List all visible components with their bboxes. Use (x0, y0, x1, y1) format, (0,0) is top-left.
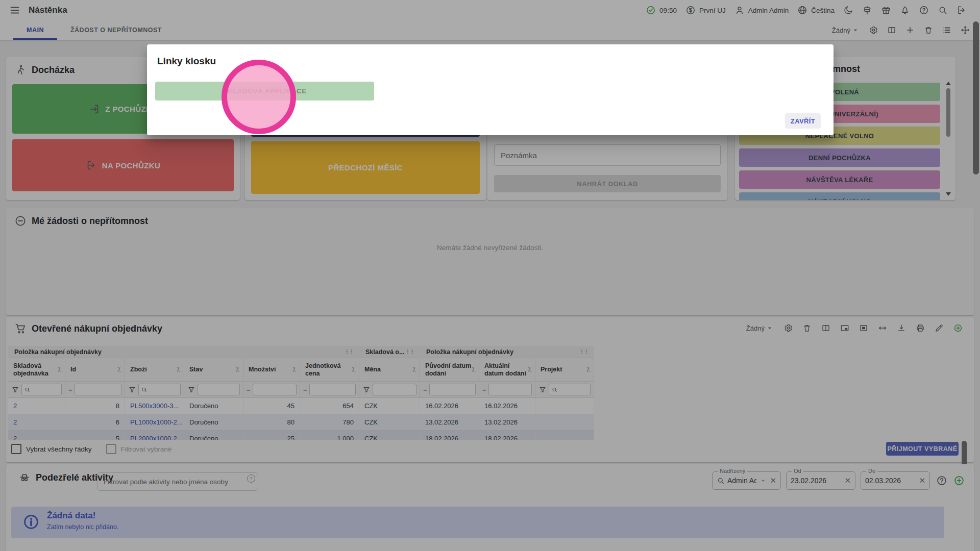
close-modal-button[interactable]: ZAVŘÍT (785, 113, 821, 129)
modal-title: Linky kiosku (157, 56, 216, 67)
click-indicator (222, 60, 296, 134)
